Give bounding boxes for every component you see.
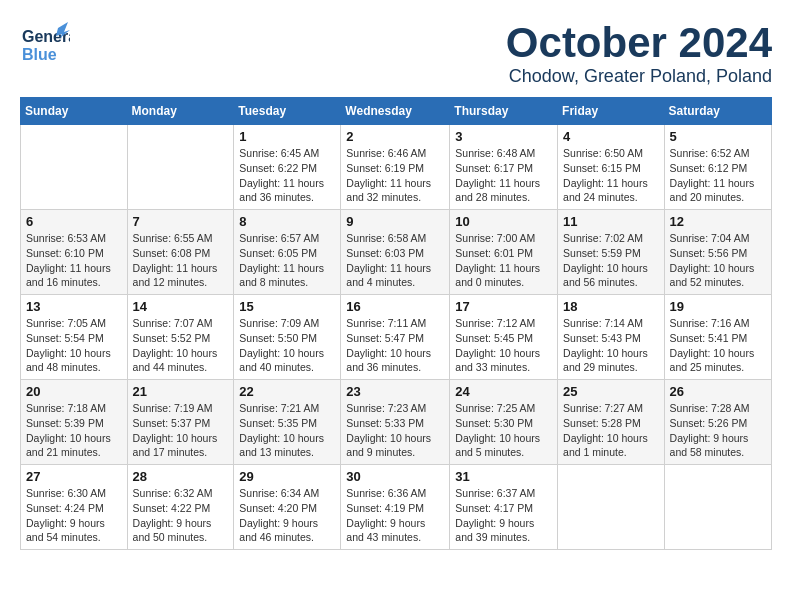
weekday-sunday: Sunday <box>21 98 128 125</box>
day-number: 11 <box>563 214 659 229</box>
day-number: 10 <box>455 214 552 229</box>
day-detail: Sunrise: 6:46 AM Sunset: 6:19 PM Dayligh… <box>346 146 444 205</box>
day-number: 8 <box>239 214 335 229</box>
day-number: 1 <box>239 129 335 144</box>
table-cell: 18Sunrise: 7:14 AM Sunset: 5:43 PM Dayli… <box>558 295 665 380</box>
week-row-1: 1Sunrise: 6:45 AM Sunset: 6:22 PM Daylig… <box>21 125 772 210</box>
day-number: 25 <box>563 384 659 399</box>
table-cell: 23Sunrise: 7:23 AM Sunset: 5:33 PM Dayli… <box>341 380 450 465</box>
day-detail: Sunrise: 7:18 AM Sunset: 5:39 PM Dayligh… <box>26 401 122 460</box>
weekday-saturday: Saturday <box>664 98 771 125</box>
day-detail: Sunrise: 7:12 AM Sunset: 5:45 PM Dayligh… <box>455 316 552 375</box>
month-title: October 2024 <box>506 20 772 66</box>
table-cell: 31Sunrise: 6:37 AM Sunset: 4:17 PM Dayli… <box>450 465 558 550</box>
day-number: 7 <box>133 214 229 229</box>
table-cell: 5Sunrise: 6:52 AM Sunset: 6:12 PM Daylig… <box>664 125 771 210</box>
day-detail: Sunrise: 6:55 AM Sunset: 6:08 PM Dayligh… <box>133 231 229 290</box>
table-cell: 13Sunrise: 7:05 AM Sunset: 5:54 PM Dayli… <box>21 295 128 380</box>
day-number: 13 <box>26 299 122 314</box>
day-detail: Sunrise: 7:04 AM Sunset: 5:56 PM Dayligh… <box>670 231 766 290</box>
table-cell: 24Sunrise: 7:25 AM Sunset: 5:30 PM Dayli… <box>450 380 558 465</box>
week-row-2: 6Sunrise: 6:53 AM Sunset: 6:10 PM Daylig… <box>21 210 772 295</box>
week-row-5: 27Sunrise: 6:30 AM Sunset: 4:24 PM Dayli… <box>21 465 772 550</box>
table-cell: 4Sunrise: 6:50 AM Sunset: 6:15 PM Daylig… <box>558 125 665 210</box>
day-number: 3 <box>455 129 552 144</box>
day-detail: Sunrise: 7:00 AM Sunset: 6:01 PM Dayligh… <box>455 231 552 290</box>
calendar-header: SundayMondayTuesdayWednesdayThursdayFrid… <box>21 98 772 125</box>
day-number: 21 <box>133 384 229 399</box>
day-detail: Sunrise: 6:36 AM Sunset: 4:19 PM Dayligh… <box>346 486 444 545</box>
day-number: 18 <box>563 299 659 314</box>
day-detail: Sunrise: 6:50 AM Sunset: 6:15 PM Dayligh… <box>563 146 659 205</box>
day-number: 22 <box>239 384 335 399</box>
day-number: 31 <box>455 469 552 484</box>
day-detail: Sunrise: 6:37 AM Sunset: 4:17 PM Dayligh… <box>455 486 552 545</box>
day-detail: Sunrise: 6:52 AM Sunset: 6:12 PM Dayligh… <box>670 146 766 205</box>
day-number: 28 <box>133 469 229 484</box>
day-detail: Sunrise: 7:27 AM Sunset: 5:28 PM Dayligh… <box>563 401 659 460</box>
day-detail: Sunrise: 7:02 AM Sunset: 5:59 PM Dayligh… <box>563 231 659 290</box>
table-cell: 21Sunrise: 7:19 AM Sunset: 5:37 PM Dayli… <box>127 380 234 465</box>
page-header: General Blue October 2024 Chodow, Greate… <box>20 20 772 87</box>
day-number: 2 <box>346 129 444 144</box>
day-number: 19 <box>670 299 766 314</box>
table-cell: 16Sunrise: 7:11 AM Sunset: 5:47 PM Dayli… <box>341 295 450 380</box>
day-detail: Sunrise: 7:09 AM Sunset: 5:50 PM Dayligh… <box>239 316 335 375</box>
day-number: 15 <box>239 299 335 314</box>
day-detail: Sunrise: 7:23 AM Sunset: 5:33 PM Dayligh… <box>346 401 444 460</box>
day-detail: Sunrise: 6:53 AM Sunset: 6:10 PM Dayligh… <box>26 231 122 290</box>
table-cell: 14Sunrise: 7:07 AM Sunset: 5:52 PM Dayli… <box>127 295 234 380</box>
table-cell: 1Sunrise: 6:45 AM Sunset: 6:22 PM Daylig… <box>234 125 341 210</box>
day-number: 14 <box>133 299 229 314</box>
day-number: 12 <box>670 214 766 229</box>
table-cell: 29Sunrise: 6:34 AM Sunset: 4:20 PM Dayli… <box>234 465 341 550</box>
table-cell: 3Sunrise: 6:48 AM Sunset: 6:17 PM Daylig… <box>450 125 558 210</box>
weekday-tuesday: Tuesday <box>234 98 341 125</box>
weekday-friday: Friday <box>558 98 665 125</box>
day-detail: Sunrise: 6:34 AM Sunset: 4:20 PM Dayligh… <box>239 486 335 545</box>
table-cell <box>21 125 128 210</box>
day-number: 24 <box>455 384 552 399</box>
table-cell: 7Sunrise: 6:55 AM Sunset: 6:08 PM Daylig… <box>127 210 234 295</box>
day-detail: Sunrise: 6:57 AM Sunset: 6:05 PM Dayligh… <box>239 231 335 290</box>
day-detail: Sunrise: 7:16 AM Sunset: 5:41 PM Dayligh… <box>670 316 766 375</box>
day-number: 5 <box>670 129 766 144</box>
weekday-wednesday: Wednesday <box>341 98 450 125</box>
weekday-row: SundayMondayTuesdayWednesdayThursdayFrid… <box>21 98 772 125</box>
table-cell: 12Sunrise: 7:04 AM Sunset: 5:56 PM Dayli… <box>664 210 771 295</box>
table-cell: 27Sunrise: 6:30 AM Sunset: 4:24 PM Dayli… <box>21 465 128 550</box>
day-detail: Sunrise: 7:25 AM Sunset: 5:30 PM Dayligh… <box>455 401 552 460</box>
table-cell: 20Sunrise: 7:18 AM Sunset: 5:39 PM Dayli… <box>21 380 128 465</box>
day-detail: Sunrise: 6:32 AM Sunset: 4:22 PM Dayligh… <box>133 486 229 545</box>
day-detail: Sunrise: 7:07 AM Sunset: 5:52 PM Dayligh… <box>133 316 229 375</box>
day-detail: Sunrise: 7:19 AM Sunset: 5:37 PM Dayligh… <box>133 401 229 460</box>
weekday-thursday: Thursday <box>450 98 558 125</box>
table-cell: 6Sunrise: 6:53 AM Sunset: 6:10 PM Daylig… <box>21 210 128 295</box>
table-cell: 10Sunrise: 7:00 AM Sunset: 6:01 PM Dayli… <box>450 210 558 295</box>
day-number: 9 <box>346 214 444 229</box>
logo: General Blue <box>20 20 70 70</box>
table-cell: 25Sunrise: 7:27 AM Sunset: 5:28 PM Dayli… <box>558 380 665 465</box>
day-number: 6 <box>26 214 122 229</box>
table-cell: 26Sunrise: 7:28 AM Sunset: 5:26 PM Dayli… <box>664 380 771 465</box>
table-cell: 28Sunrise: 6:32 AM Sunset: 4:22 PM Dayli… <box>127 465 234 550</box>
day-number: 20 <box>26 384 122 399</box>
location-title: Chodow, Greater Poland, Poland <box>506 66 772 87</box>
table-cell: 2Sunrise: 6:46 AM Sunset: 6:19 PM Daylig… <box>341 125 450 210</box>
table-cell: 30Sunrise: 6:36 AM Sunset: 4:19 PM Dayli… <box>341 465 450 550</box>
day-detail: Sunrise: 7:28 AM Sunset: 5:26 PM Dayligh… <box>670 401 766 460</box>
logo-icon: General Blue <box>20 20 70 70</box>
table-cell: 22Sunrise: 7:21 AM Sunset: 5:35 PM Dayli… <box>234 380 341 465</box>
calendar-body: 1Sunrise: 6:45 AM Sunset: 6:22 PM Daylig… <box>21 125 772 550</box>
table-cell: 15Sunrise: 7:09 AM Sunset: 5:50 PM Dayli… <box>234 295 341 380</box>
day-detail: Sunrise: 7:21 AM Sunset: 5:35 PM Dayligh… <box>239 401 335 460</box>
day-number: 4 <box>563 129 659 144</box>
day-detail: Sunrise: 6:48 AM Sunset: 6:17 PM Dayligh… <box>455 146 552 205</box>
calendar-table: SundayMondayTuesdayWednesdayThursdayFrid… <box>20 97 772 550</box>
title-block: October 2024 Chodow, Greater Poland, Pol… <box>506 20 772 87</box>
day-number: 26 <box>670 384 766 399</box>
day-detail: Sunrise: 6:30 AM Sunset: 4:24 PM Dayligh… <box>26 486 122 545</box>
day-number: 30 <box>346 469 444 484</box>
day-detail: Sunrise: 7:11 AM Sunset: 5:47 PM Dayligh… <box>346 316 444 375</box>
day-detail: Sunrise: 7:14 AM Sunset: 5:43 PM Dayligh… <box>563 316 659 375</box>
